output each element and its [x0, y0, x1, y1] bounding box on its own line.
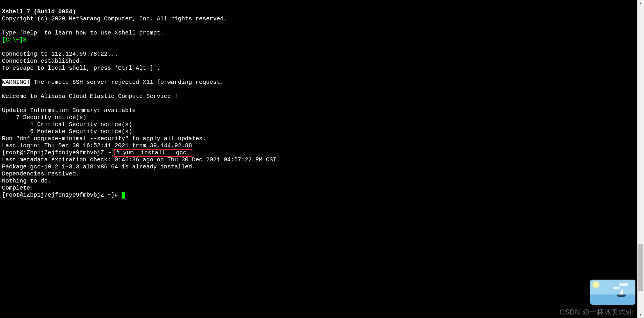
last-login-prefix: Last login: Thu Dec 30 16:52:41 2021 — [2, 143, 129, 149]
package-installed: Package gcc-10.2.1-3.3.al8.x86_64 is alr… — [2, 164, 196, 170]
cursor-icon — [122, 192, 125, 199]
command-text: yum install gcc — [120, 150, 190, 156]
decorative-thumbnail — [590, 280, 635, 305]
prompt-hash: # — [116, 150, 120, 156]
run-hint: Run "dnf upgrade-minimal --security" to … — [2, 136, 206, 142]
security-moderate: 6 Moderate Security notice(s) — [2, 128, 132, 135]
security-critical: 1 Critical Security notice(s) — [2, 121, 132, 128]
established-line: Connection established. — [2, 58, 83, 65]
security-total: 7 Security notice(s) — [2, 114, 86, 121]
scroll-down-button[interactable]: ▼ — [637, 311, 644, 318]
scroll-up-button[interactable]: ▲ — [637, 0, 644, 7]
nothing-to-do: Nothing to do. — [2, 178, 51, 184]
help-line: Type `help' to learn how to use Xshell p… — [2, 30, 164, 36]
highlighted-command: # yum install gcc — [114, 149, 192, 157]
app-title: Xshell 7 (Build 0054) — [2, 9, 76, 15]
complete-line: Complete! — [2, 185, 34, 192]
watermark-text: CSDN @一杯冰美式sir — [560, 309, 634, 316]
connecting-line: Connecting to 112.124.59.78:22... — [2, 51, 118, 58]
scrollbar-track[interactable] — [637, 7, 644, 311]
shell-prompt-2: [root@iZbp1j7ejfdn1ye9fmbvbjZ ~]# — [2, 192, 122, 199]
last-login-from: from 39.144.92.88 — [129, 143, 192, 149]
escape-line: To escape to local shell, press 'Ctrl+Al… — [2, 65, 160, 72]
warning-text: The remote SSH server rejected X11 forwa… — [30, 79, 224, 86]
local-prompt: [C:\~]$ — [2, 37, 27, 43]
metadata-check: Last metadata expiration check: 0:46:36 … — [2, 157, 280, 163]
vertical-scrollbar[interactable]: ▲ ▼ — [637, 0, 644, 318]
welcome-line: Welcome to Alibaba Cloud Elastic Compute… — [2, 93, 178, 100]
warning-label: WARNING! — [2, 79, 30, 86]
deps-resolved: Dependencies resolved. — [2, 171, 79, 177]
terminal-output[interactable]: Xshell 7 (Build 0054) Copyright (c) 2020… — [0, 0, 644, 201]
scrollbar-thumb[interactable] — [638, 244, 643, 291]
copyright-line: Copyright (c) 2020 NetSarang Computer, I… — [2, 16, 227, 22]
updates-header: Updates Information Summary: available — [2, 107, 136, 114]
shell-prompt-1: [root@iZbp1j7ejfdn1ye9fmbvbjZ ~] — [2, 150, 115, 156]
